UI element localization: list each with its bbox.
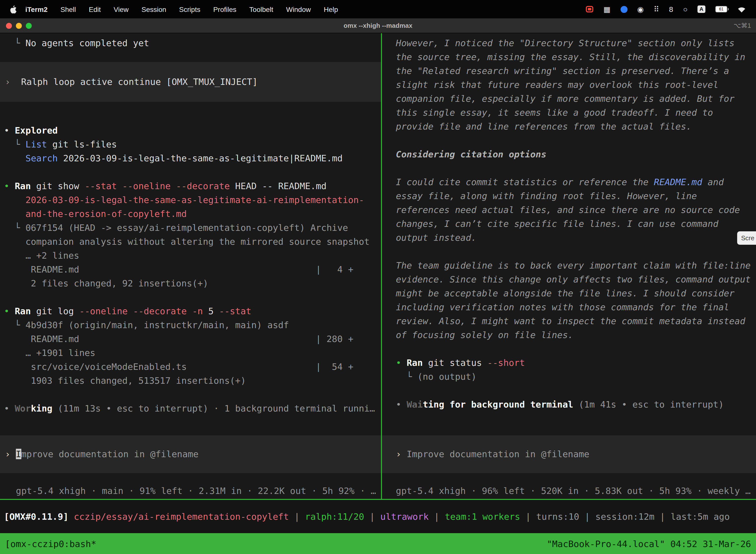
- window-title: omx --xhigh --madmax: [0, 22, 756, 29]
- tmux-host-time: "MacBook-Pro-44.local" 04:52 31-Mar-26: [547, 538, 751, 549]
- prompt-input-left[interactable]: › Improve documentation in @filename: [0, 435, 381, 473]
- left-scrollback: └ No agents completed yet › Ralph loop a…: [0, 33, 381, 416]
- terminal-line: 1903 files changed, 513517 insertions(+): [4, 374, 381, 388]
- wifi-icon[interactable]: [737, 6, 746, 13]
- terminal-line: [4, 290, 381, 304]
- blue-app-icon[interactable]: [620, 6, 627, 13]
- prompt-input-left-text: › Improve documentation in @filename: [5, 447, 198, 461]
- terminal-line: README.md | 280 +: [4, 332, 381, 346]
- terminal-line: companion file, especially if more comme…: [396, 92, 756, 106]
- input-source-icon[interactable]: A: [697, 5, 705, 13]
- terminal-line: └ (no output): [396, 370, 756, 384]
- terminal-line: The team guideline is to back every impo…: [396, 259, 756, 273]
- terminal-panes: └ No agents completed yet › Ralph loop a…: [0, 33, 756, 499]
- agents-note: └ No agents completed yet: [4, 36, 381, 50]
- menu-item-help[interactable]: Help: [317, 5, 344, 13]
- right-transcript: However, I noticed the "Directory Struct…: [396, 36, 756, 411]
- terminal-line: references need actual files, and since …: [396, 203, 756, 217]
- left-terminal-pane[interactable]: └ No agents completed yet › Ralph loop a…: [0, 33, 381, 499]
- menu-item-scripts[interactable]: Scripts: [173, 5, 207, 13]
- terminal-line: companion analysis without altering the …: [4, 235, 381, 249]
- terminal-line: review. Also, I might want to inspect th…: [396, 314, 756, 328]
- terminal-line: including verification notes with those …: [396, 300, 756, 314]
- left-transcript: • Explored └ List git ls-files Search 20…: [4, 124, 381, 416]
- terminal-line: • Ran git status --short: [396, 356, 756, 370]
- terminal-line: [396, 133, 756, 148]
- ralph-loop-banner: › Ralph loop active continue [OMX_TMUX_I…: [0, 62, 381, 102]
- omx-status-bar: [OMX#0.11.9] cczip/essay/ai-reimplementa…: [0, 499, 756, 533]
- tmux-session-label: [omx-cczip0:bash*: [5, 538, 96, 549]
- menu-item-edit[interactable]: Edit: [82, 5, 107, 13]
- terminal-line: However, I noticed the "Directory Struct…: [396, 36, 756, 50]
- terminal-line: of focusing solely on file lines.: [396, 328, 756, 342]
- zoom-button[interactable]: [26, 22, 32, 29]
- menu-item-shell[interactable]: Shell: [54, 5, 82, 13]
- battery-icon[interactable]: 61: [715, 6, 727, 12]
- close-button[interactable]: [6, 22, 12, 29]
- window-grid-icon[interactable]: ▦: [604, 5, 611, 14]
- terminal-line: provide file and line references from th…: [396, 120, 756, 133]
- terminal-line: • Waiting for background terminal (1m 41…: [396, 398, 756, 411]
- prompt-input-right-text: › Improve documentation in @filename: [396, 447, 589, 461]
- model-status-right: gpt-5.4 xhigh · 96% left · 520K in · 5.8…: [382, 484, 756, 498]
- tmux-status-bar: [omx-cczip0:bash* "MacBook-Pro-44.local"…: [0, 533, 756, 554]
- terminal-line: slight risk that future readers may over…: [396, 78, 756, 92]
- model-status-left: gpt-5.4 xhigh · main · 91% left · 2.31M …: [0, 484, 381, 498]
- terminal-line: src/voice/voiceModeEnabled.ts | 54 +: [4, 360, 381, 374]
- terminal-line: the "Related research writing" section i…: [396, 64, 756, 78]
- screen-recording-indicator[interactable]: [586, 6, 593, 12]
- menu-item-view[interactable]: View: [107, 5, 135, 13]
- apple-menu-icon[interactable]: [10, 5, 17, 13]
- screen: iTerm2ShellEditViewSessionScriptsProfile…: [0, 0, 756, 554]
- window-title-bar[interactable]: omx --xhigh --madmax ⌥⌘1: [0, 18, 756, 33]
- terminal-line: evidence. Since this change only affects…: [396, 273, 756, 286]
- terminal-line: this single essay, it seems like a good …: [396, 106, 756, 120]
- terminal-line: [396, 245, 756, 259]
- terminal-line: the source tree, missing the essay. Stil…: [396, 50, 756, 64]
- terminal-line: 2 files changed, 92 insertions(+): [4, 277, 381, 290]
- terminal-line: [396, 161, 756, 175]
- terminal-line: Considering citation options: [396, 148, 756, 161]
- target-app-icon[interactable]: ◉: [637, 5, 644, 14]
- prompt-input-right[interactable]: › Improve documentation in @filename: [382, 435, 756, 473]
- menu-status-icons: ▦◉⠿8○A61: [586, 5, 751, 14]
- terminal-line: └ 067f154 (HEAD -> essay/ai-reimplementa…: [4, 221, 381, 235]
- terminal-line: [396, 384, 756, 398]
- ring-app-icon[interactable]: ○: [683, 5, 688, 13]
- ralph-loop-text: › Ralph loop active continue [OMX_TMUX_I…: [5, 75, 258, 89]
- terminal-line: [4, 388, 381, 402]
- terminal-line: … +1901 lines: [4, 346, 381, 360]
- terminal-line: • Working (11m 13s • esc to interrupt) ·…: [4, 402, 381, 416]
- traffic-lights: [0, 22, 32, 29]
- terminal-line: [396, 342, 756, 356]
- dots-grid-icon[interactable]: ⠿: [653, 5, 659, 14]
- terminal-line: • Ran git show --stat --oneline --decora…: [4, 179, 381, 193]
- menu-item-toolbelt[interactable]: Toolbelt: [243, 5, 280, 13]
- screen-tooltip[interactable]: Scre: [737, 231, 756, 245]
- menu-item-iterm2[interactable]: iTerm2: [19, 5, 54, 13]
- terminal-line: I could cite commit statistics or refere…: [396, 175, 756, 189]
- terminal-line: 2026-03-09-is-legal-the-same-as-legitima…: [4, 193, 381, 207]
- terminal-line: • Ran git log --oneline --decorate -n 5 …: [4, 304, 381, 318]
- right-scrollback: However, I noticed the "Directory Struct…: [382, 33, 756, 411]
- terminal-line: └ 4b9d30f (origin/main, instructkr/main,…: [4, 318, 381, 332]
- terminal-line: Search 2026-03-09-is-legal-the-same-as-l…: [4, 151, 381, 165]
- terminal-line: might be acceptable alongside the file l…: [396, 286, 756, 300]
- terminal-line: … +2 lines: [4, 249, 381, 263]
- right-terminal-pane[interactable]: However, I noticed the "Directory Struct…: [382, 33, 756, 499]
- terminal-line: └ No agents completed yet: [4, 36, 381, 50]
- number-key-icon[interactable]: 8: [669, 5, 673, 13]
- terminal-line: output instead.: [396, 231, 756, 245]
- terminal-line: • Explored: [4, 124, 381, 137]
- menu-item-profiles[interactable]: Profiles: [207, 5, 243, 13]
- omx-status-text: [OMX#0.11.9] cczip/essay/ai-reimplementa…: [4, 510, 730, 523]
- terminal-line: essay file, along with finding root file…: [396, 189, 756, 203]
- menu-item-window[interactable]: Window: [280, 5, 317, 13]
- menu-item-session[interactable]: Session: [135, 5, 173, 13]
- terminal-line: changes, I can’t cite specific file line…: [396, 217, 756, 231]
- menu-items: iTerm2ShellEditViewSessionScriptsProfile…: [19, 5, 344, 13]
- terminal-line: and-the-erosion-of-copyleft.md: [4, 207, 381, 221]
- window-hotkey: ⌥⌘1: [734, 22, 756, 29]
- terminal-line: README.md | 4 +: [4, 263, 381, 277]
- minimize-button[interactable]: [16, 22, 22, 29]
